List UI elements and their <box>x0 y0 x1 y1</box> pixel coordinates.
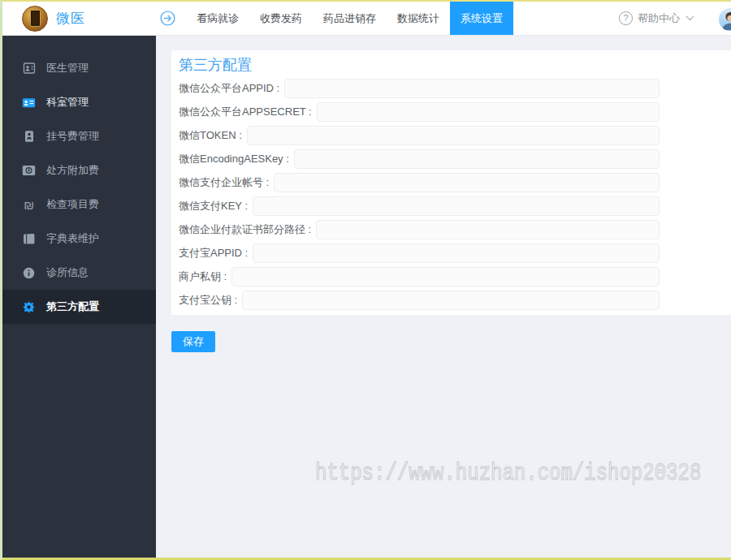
help-label: 帮助中心 <box>638 11 680 26</box>
top-nav: 看病就诊 收费发药 药品进销存 数据统计 系统设置 <box>160 2 513 35</box>
arrow-circle-icon[interactable] <box>160 11 175 26</box>
form-row: 微信企业付款证书部分路径 : <box>179 220 660 239</box>
gear-icon <box>22 300 36 314</box>
sidebar-item-clinic-info[interactable]: 诊所信息 <box>0 256 156 290</box>
sidebar-item-label: 处方附加费 <box>46 163 99 178</box>
wechat-cert-path-input[interactable] <box>316 220 660 239</box>
chevron-down-icon <box>686 15 694 21</box>
user-avatar[interactable] <box>719 8 731 31</box>
sidebar-item-label: 检查项目费 <box>46 197 99 212</box>
form-row: 微信EncodingAESKey : <box>179 149 660 169</box>
help-center[interactable]: ? 帮助中心 <box>619 2 694 35</box>
wechat-pay-merchant-account-input[interactable] <box>274 173 660 192</box>
svg-text:¥: ¥ <box>28 167 31 173</box>
page-title: 第三方配置 <box>171 50 731 75</box>
cash-icon: ¥ <box>22 164 36 178</box>
sidebar-item-label: 诊所信息 <box>46 265 89 280</box>
sidebar-item-label: 挂号费管理 <box>46 129 99 144</box>
info-icon <box>22 266 36 280</box>
top-header: 微医 看病就诊 收费发药 药品进销存 数据统计 系统设置 ? 帮助中心 <box>0 2 731 36</box>
form-row: 支付宝APPID : <box>179 243 660 263</box>
save-button[interactable]: 保存 <box>171 331 215 352</box>
field-label: 微信TOKEN : <box>179 128 242 143</box>
sidebar-item-department-management[interactable]: 科室管理 <box>0 85 156 119</box>
wechat-token-input[interactable] <box>247 126 660 145</box>
clinic-logo-icon <box>22 6 48 32</box>
sidebar: 医生管理 科室管理 挂号费管理 ¥ 处方附加费 ₪ 检查项目费 字典表维护 诊所… <box>0 35 156 560</box>
form-row: 商户私钥 : <box>179 267 660 286</box>
capture-edge-top <box>0 0 731 2</box>
sidebar-item-registration-fee[interactable]: 挂号费管理 <box>0 119 156 153</box>
form-row: 微信支付KEY : <box>179 196 660 216</box>
form-row: 微信支付企业帐号 : <box>179 173 660 192</box>
sidebar-item-label: 科室管理 <box>46 95 89 110</box>
field-label: 支付宝公钥 : <box>179 293 237 308</box>
watermark-text: https://www.huzhan.com/ishop20328 <box>315 459 701 487</box>
wechat-pay-key-input[interactable] <box>253 196 660 216</box>
alipay-public-key-input[interactable] <box>242 291 660 310</box>
nav-item-outpatient[interactable]: 看病就诊 <box>186 2 249 35</box>
nav-item-billing[interactable]: 收费发药 <box>249 2 313 35</box>
wechat-appsecret-input[interactable] <box>317 102 660 122</box>
sidebar-item-label: 第三方配置 <box>46 299 99 314</box>
nav-item-drug-inventory[interactable]: 药品进销存 <box>313 2 387 35</box>
field-label: 微信公众平台APPSECRET : <box>179 105 312 119</box>
form-row: 微信公众平台APPSECRET : <box>179 102 660 122</box>
field-label: 微信支付KEY : <box>179 199 248 213</box>
capture-edge-left <box>0 0 2 560</box>
sidebar-item-doctor-management[interactable]: 医生管理 <box>0 51 156 85</box>
brand-name: 微医 <box>56 9 85 28</box>
wechat-appid-input[interactable] <box>284 79 660 98</box>
brand[interactable]: 微医 <box>22 2 85 35</box>
form-row: 微信TOKEN : <box>179 126 660 145</box>
field-label: 微信EncodingAESKey : <box>179 152 289 166</box>
field-label: 商户私钥 : <box>179 269 227 284</box>
department-card-icon <box>22 96 36 110</box>
sidebar-item-third-party-config[interactable]: 第三方配置 <box>0 290 156 324</box>
currency-icon: ₪ <box>22 198 36 212</box>
nav-item-statistics[interactable]: 数据统计 <box>387 2 450 35</box>
merchant-private-key-input[interactable] <box>231 267 660 286</box>
field-label: 微信企业付款证书部分路径 : <box>179 222 311 237</box>
field-label: 微信公众平台APPID : <box>179 81 279 96</box>
sidebar-item-label: 医生管理 <box>46 61 89 75</box>
field-label: 支付宝APPID : <box>179 246 248 261</box>
nav-item-system-settings[interactable]: 系统设置 <box>450 2 513 35</box>
contact-card-icon <box>22 62 36 75</box>
sidebar-item-label: 字典表维护 <box>46 231 99 246</box>
sidebar-item-exam-item-fee[interactable]: ₪ 检查项目费 <box>0 187 156 222</box>
field-label: 微信支付企业帐号 : <box>179 175 269 190</box>
config-form: 微信公众平台APPID : 微信公众平台APPSECRET : 微信TOKEN … <box>179 79 660 310</box>
wechat-encoding-aeskey-input[interactable] <box>294 149 660 169</box>
badge-icon <box>22 130 36 144</box>
form-row: 支付宝公钥 : <box>179 291 660 310</box>
sidebar-item-dictionary-maintenance[interactable]: 字典表维护 <box>0 222 156 256</box>
alipay-appid-input[interactable] <box>253 243 660 263</box>
book-icon <box>22 232 36 246</box>
form-row: 微信公众平台APPID : <box>179 79 660 98</box>
help-icon: ? <box>619 11 633 25</box>
sidebar-item-prescription-surcharge[interactable]: ¥ 处方附加费 <box>0 153 156 187</box>
third-party-config-panel: 第三方配置 微信公众平台APPID : 微信公众平台APPSECRET : 微信… <box>171 50 731 315</box>
